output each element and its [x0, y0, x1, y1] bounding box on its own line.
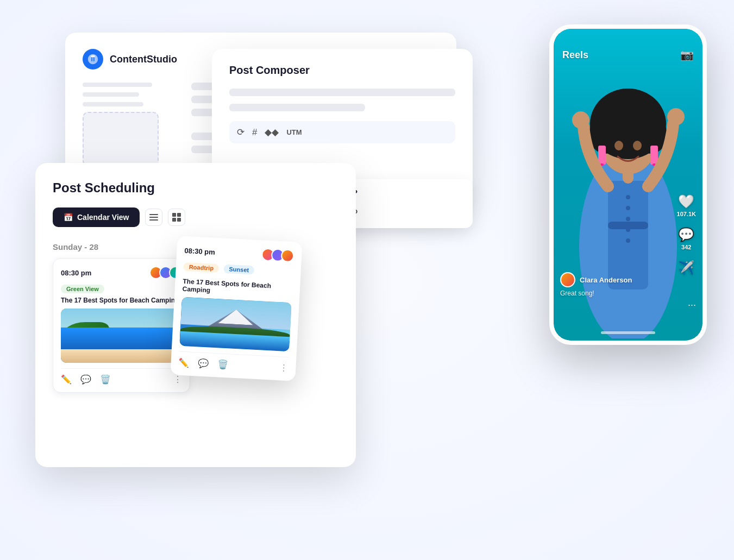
post-card-1-header: 08:30 pm: [61, 266, 182, 279]
comment-icon: 💬: [678, 227, 694, 242]
beach-water: [61, 328, 182, 349]
emoji-icon[interactable]: ⟳: [237, 127, 244, 138]
mountain-scene: [179, 297, 291, 351]
beach-sand: [61, 349, 182, 363]
composer-field-1[interactable]: [229, 89, 455, 96]
sidebar-placeholder: [83, 112, 159, 166]
floating-post-card: 08:30 pm Roadtrip Sunset The 17 Best Spo…: [170, 236, 302, 381]
comment-action[interactable]: 💬 342: [678, 227, 694, 250]
comments-count: 342: [681, 244, 691, 250]
svg-point-20: [598, 89, 658, 137]
dashboard-sidebar: [83, 83, 180, 173]
svg-point-28: [667, 108, 685, 125]
post-time-1: 08:30 pm: [61, 269, 91, 277]
svg-point-9: [626, 195, 630, 199]
hashtag-icon[interactable]: #: [252, 127, 257, 138]
like-action[interactable]: 🤍 107.1K: [677, 194, 696, 217]
phone-mockup: Reels 📷 🤍 107.1K 💬 342 ✈️: [549, 24, 707, 345]
reels-label: Reels: [562, 49, 588, 61]
post-actions-1: ✏️ 💬 🗑️ ⋮: [61, 368, 182, 385]
float-avatar-3: [281, 249, 294, 262]
composer-field-2[interactable]: [229, 104, 365, 111]
calendar-view-button[interactable]: 📅 Calendar View: [53, 207, 140, 227]
post-tag-1: Green View: [61, 285, 104, 293]
post-card-1: 08:30 pm Green View The 17 Best Spots fo…: [53, 258, 190, 393]
share-action[interactable]: ✈️: [678, 260, 694, 275]
scheduling-title: Post Scheduling: [53, 180, 338, 196]
svg-rect-6: [177, 218, 181, 222]
svg-rect-2: [149, 219, 158, 221]
floating-tags: Roadtrip Sunset: [183, 261, 293, 280]
svg-rect-3: [172, 213, 176, 217]
phone-home-bar: [601, 331, 655, 334]
more-icon-1[interactable]: ⋮: [173, 374, 182, 385]
svg-point-11: [626, 217, 630, 221]
floating-post-title: The 17 Best Spots for Beach Camping: [182, 278, 292, 299]
sunday-column: Sunday - 28 08:30 pm Green View The 17 B…: [53, 242, 190, 443]
phone-actions: 🤍 107.1K 💬 342 ✈️: [677, 194, 696, 275]
user-name: Clara Anderson: [580, 276, 632, 284]
floating-post-actions: ✏️ 💬 🗑️ ⋮: [178, 351, 288, 374]
comment-icon-float[interactable]: 💬: [198, 358, 209, 369]
svg-point-22: [633, 141, 642, 150]
svg-point-27: [572, 111, 589, 129]
post-title-1: The 17 Best Spots for Beach Camping: [61, 297, 182, 304]
floating-card-header: 08:30 pm: [184, 244, 294, 263]
scheduling-toolbar: 📅 Calendar View: [53, 207, 338, 227]
floating-post-image: [179, 297, 291, 351]
bitly-icon[interactable]: ◆◆: [265, 127, 279, 138]
brand-name: ContentStudio: [110, 54, 177, 65]
more-options-icon[interactable]: ···: [688, 299, 696, 311]
cs-logo: [83, 49, 103, 70]
comment-icon-1[interactable]: 💬: [80, 374, 91, 385]
user-name-row: Clara Anderson: [560, 272, 670, 287]
floating-post-time: 08:30 pm: [184, 246, 215, 256]
scene: ContentStudio ✏️ Compose: [0, 0, 734, 560]
composer-toolbar: ⟳ # ◆◆ UTM: [229, 121, 455, 143]
composer-title: Post Composer: [229, 64, 455, 77]
svg-rect-1: [149, 217, 158, 218]
share-icon: ✈️: [678, 260, 694, 275]
svg-rect-14: [608, 222, 648, 229]
user-avatar: [560, 272, 575, 287]
reels-header: Reels 📷: [554, 44, 702, 66]
delete-icon-float[interactable]: 🗑️: [217, 359, 229, 370]
svg-rect-5: [172, 218, 176, 222]
heart-icon: 🤍: [678, 194, 694, 209]
svg-point-10: [626, 206, 630, 210]
utm-button[interactable]: UTM: [286, 128, 302, 136]
user-comment: Great song!: [560, 290, 670, 297]
svg-point-13: [626, 238, 630, 243]
list-view-icon[interactable]: [145, 209, 162, 226]
svg-rect-4: [177, 213, 181, 217]
edit-icon-1[interactable]: ✏️: [61, 374, 72, 385]
beach-scene: [61, 309, 182, 363]
camera-icon[interactable]: 📷: [680, 48, 694, 61]
grid-view-icon[interactable]: [168, 209, 185, 226]
svg-point-21: [614, 141, 623, 150]
likes-count: 107.1K: [677, 211, 696, 217]
phone-user-info: Clara Anderson Great song!: [560, 272, 670, 297]
edit-icon-float[interactable]: ✏️: [178, 357, 190, 368]
calendar-icon: 📅: [64, 213, 73, 222]
more-icon-float[interactable]: ⋮: [279, 362, 288, 373]
tag-roadtrip: Roadtrip: [183, 262, 219, 273]
svg-rect-23: [598, 146, 606, 165]
phone-screen: Reels 📷 🤍 107.1K 💬 342 ✈️: [554, 29, 702, 341]
svg-rect-0: [149, 214, 158, 215]
delete-icon-1[interactable]: 🗑️: [100, 374, 111, 385]
tag-sunset: Sunset: [223, 265, 254, 275]
floating-post-avatars: [261, 248, 294, 262]
sunday-label: Sunday - 28: [53, 242, 190, 251]
post-image-1: [61, 309, 182, 363]
